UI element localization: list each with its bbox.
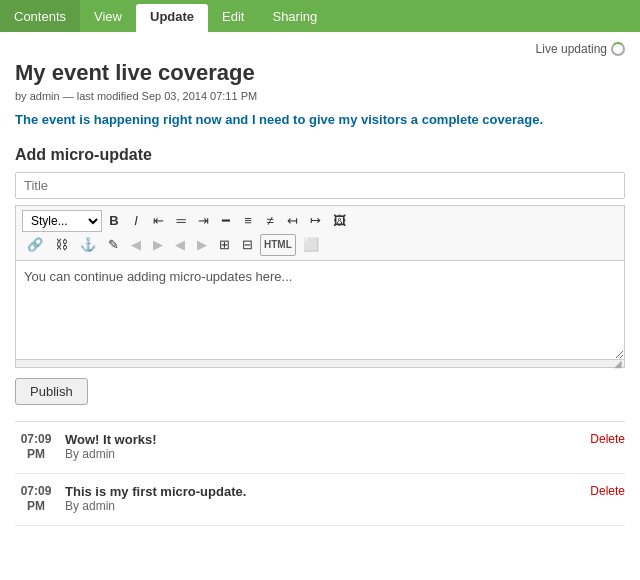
- update-author-1: By admin: [65, 499, 580, 513]
- page-title: My event live coverage: [15, 60, 625, 86]
- page-meta: by admin — last modified Sep 03, 2014 07…: [15, 90, 625, 102]
- editor-placeholder: You can continue adding micro-updates he…: [24, 269, 292, 284]
- page-description: The event is happening right now and I n…: [15, 110, 625, 130]
- insert-link-button[interactable]: 🔗: [22, 234, 48, 256]
- undo-button[interactable]: ◀: [126, 234, 146, 256]
- top-nav: Contents View Update Edit Sharing: [0, 0, 640, 32]
- live-updating-label: Live updating: [536, 42, 607, 56]
- update-title-1: This is my first micro-update.: [65, 484, 580, 499]
- resize-icon: ◢: [614, 358, 622, 369]
- spinner-icon: [611, 42, 625, 56]
- insert-image-button[interactable]: 🖼: [328, 210, 351, 232]
- nav-sharing[interactable]: Sharing: [258, 0, 331, 32]
- nav-view[interactable]: View: [80, 0, 136, 32]
- anchor-button[interactable]: ⚓: [75, 234, 101, 256]
- editor-body[interactable]: You can continue adding micro-updates he…: [15, 260, 625, 360]
- ordered-list-button[interactable]: ≠: [260, 210, 280, 232]
- nav-contents[interactable]: Contents: [0, 0, 80, 32]
- outdent-button[interactable]: ↤: [282, 210, 303, 232]
- justify-button[interactable]: ━: [216, 210, 236, 232]
- editor-resize-handle[interactable]: ◢: [15, 360, 625, 368]
- update-time-1: 07:09 PM: [15, 484, 65, 515]
- updates-list: 07:09 PM Wow! It works! By admin Delete …: [15, 421, 625, 526]
- unordered-list-button[interactable]: ≡: [238, 210, 258, 232]
- toolbar-row-2: 🔗 ⛓ ⚓ ✎ ◀ ▶ ◀ ▶ ⊞ ⊟ HTML ⬜: [22, 234, 618, 256]
- update-hour-0: 07:09: [15, 432, 57, 448]
- update-item-1: 07:09 PM This is my first micro-update. …: [15, 474, 625, 526]
- nav-update[interactable]: Update: [136, 4, 208, 32]
- section-title: Add micro-update: [15, 146, 625, 164]
- redo-button[interactable]: ▶: [148, 234, 168, 256]
- publish-button[interactable]: Publish: [15, 378, 88, 405]
- editor-toolbar: Style... B I ⇤ ═ ⇥ ━ ≡ ≠ ↤ ↦ 🖼 🔗 ⛓ ⚓ ✎ ◀…: [15, 205, 625, 260]
- update-author-0: By admin: [65, 447, 580, 461]
- update-title-0: Wow! It works!: [65, 432, 580, 447]
- update-ampm-0: PM: [15, 447, 57, 463]
- italic-button[interactable]: I: [126, 210, 146, 232]
- toolbar-row-1: Style... B I ⇤ ═ ⇥ ━ ≡ ≠ ↤ ↦ 🖼: [22, 210, 618, 232]
- update-ampm-1: PM: [15, 499, 57, 515]
- html-button[interactable]: HTML: [260, 234, 296, 256]
- nav-edit[interactable]: Edit: [208, 0, 258, 32]
- update-hour-1: 07:09: [15, 484, 57, 500]
- delete-button-0[interactable]: Delete: [590, 432, 625, 446]
- next-button[interactable]: ▶: [192, 234, 212, 256]
- update-content-1: This is my first micro-update. By admin: [65, 484, 580, 513]
- title-input[interactable]: [15, 172, 625, 199]
- align-right-button[interactable]: ⇥: [193, 210, 214, 232]
- style-select[interactable]: Style...: [22, 210, 102, 232]
- live-updating-bar: Live updating: [15, 42, 625, 56]
- table-options-button[interactable]: ⊟: [237, 234, 258, 256]
- bold-button[interactable]: B: [104, 210, 124, 232]
- insert-table-button[interactable]: ⊞: [214, 234, 235, 256]
- delete-button-1[interactable]: Delete: [590, 484, 625, 498]
- update-content-0: Wow! It works! By admin: [65, 432, 580, 461]
- align-center-button[interactable]: ═: [171, 210, 191, 232]
- prev-button[interactable]: ◀: [170, 234, 190, 256]
- indent-button[interactable]: ↦: [305, 210, 326, 232]
- fullscreen-button[interactable]: ⬜: [298, 234, 324, 256]
- edit-link-button[interactable]: ✎: [103, 234, 124, 256]
- update-item: 07:09 PM Wow! It works! By admin Delete: [15, 422, 625, 474]
- align-left-button[interactable]: ⇤: [148, 210, 169, 232]
- update-time-0: 07:09 PM: [15, 432, 65, 463]
- unlink-button[interactable]: ⛓: [50, 234, 73, 256]
